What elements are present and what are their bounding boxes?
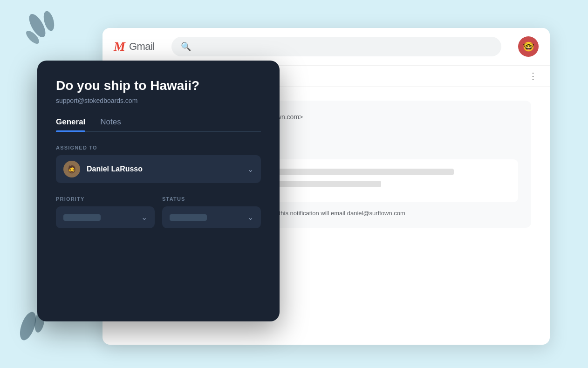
- deco-leaves-top: [23, 9, 65, 61]
- gmail-m-icon: M: [114, 39, 125, 54]
- tabs-row: General Notes: [56, 117, 261, 132]
- assigned-to-label: ASSIGNED TO: [56, 145, 261, 150]
- status-dropdown[interactable]: ⌄: [162, 206, 261, 228]
- gmail-search-bar[interactable]: 🔍: [171, 37, 501, 56]
- status-value: [170, 214, 207, 221]
- tab-general[interactable]: General: [56, 117, 85, 131]
- gmail-logo: M Gmail: [114, 39, 155, 54]
- ticket-panel: Do you ship to Hawaii? support@stokedboa…: [37, 61, 280, 321]
- user-avatar[interactable]: 🤓: [518, 36, 539, 57]
- priority-status-row: PRIORITY ⌄ STATUS ⌄: [56, 183, 261, 228]
- status-col: STATUS ⌄: [162, 183, 261, 228]
- status-label: STATUS: [162, 196, 261, 202]
- status-chevron-icon: ⌄: [247, 213, 253, 222]
- priority-label: PRIORITY: [56, 196, 155, 202]
- priority-col: PRIORITY ⌄: [56, 183, 155, 228]
- assignee-name: Daniel LaRusso: [87, 165, 241, 173]
- user-avatar-emoji: 🤓: [523, 41, 534, 52]
- search-icon: 🔍: [181, 41, 191, 52]
- panel-subtitle: support@stokedboards.com: [56, 97, 261, 104]
- tab-notes[interactable]: Notes: [100, 117, 121, 131]
- priority-dropdown[interactable]: ⌄: [56, 206, 155, 228]
- priority-value: [63, 214, 101, 221]
- panel-title: Do you ship to Hawaii?: [56, 77, 261, 94]
- priority-chevron-icon: ⌄: [141, 213, 147, 222]
- assigned-to-dropdown[interactable]: 🧔 Daniel LaRusso ⌄: [56, 155, 261, 183]
- gmail-header: M Gmail 🔍 🤓: [103, 28, 550, 66]
- assignee-avatar: 🧔: [63, 161, 80, 177]
- more-options-icon[interactable]: ⋮: [528, 70, 539, 82]
- gmail-logo-text: Gmail: [129, 41, 155, 53]
- assigned-chevron-icon: ⌄: [247, 165, 253, 174]
